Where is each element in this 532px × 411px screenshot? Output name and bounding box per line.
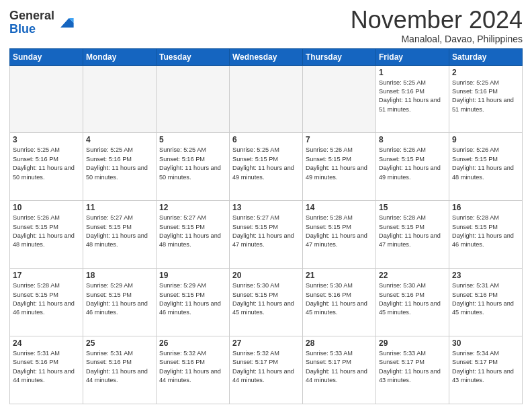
logo-blue: Blue bbox=[9, 22, 36, 36]
day-info: Sunrise: 5:30 AM Sunset: 5:15 PM Dayligh… bbox=[232, 281, 300, 317]
day-number: 3 bbox=[13, 135, 80, 144]
logo-icon bbox=[56, 13, 75, 32]
calendar-cell: 20Sunrise: 5:30 AM Sunset: 5:15 PM Dayli… bbox=[230, 269, 303, 336]
day-info: Sunrise: 5:25 AM Sunset: 5:16 PM Dayligh… bbox=[379, 79, 446, 114]
calendar-cell: 22Sunrise: 5:30 AM Sunset: 5:16 PM Dayli… bbox=[376, 269, 449, 336]
calendar-cell: 4Sunrise: 5:25 AM Sunset: 5:16 PM Daylig… bbox=[83, 133, 157, 201]
day-number: 9 bbox=[452, 135, 519, 144]
day-info: Sunrise: 5:25 AM Sunset: 5:15 PM Dayligh… bbox=[232, 146, 300, 181]
calendar-cell: 2Sunrise: 5:25 AM Sunset: 5:16 PM Daylig… bbox=[449, 65, 523, 133]
day-info: Sunrise: 5:31 AM Sunset: 5:16 PM Dayligh… bbox=[13, 349, 80, 385]
calendar-week-row: 10Sunrise: 5:26 AM Sunset: 5:15 PM Dayli… bbox=[10, 201, 523, 269]
weekday-header-cell: Thursday bbox=[303, 48, 376, 65]
calendar-cell: 28Sunrise: 5:33 AM Sunset: 5:17 PM Dayli… bbox=[303, 336, 376, 404]
calendar-cell: 17Sunrise: 5:28 AM Sunset: 5:15 PM Dayli… bbox=[10, 269, 83, 336]
calendar-week-row: 3Sunrise: 5:25 AM Sunset: 5:16 PM Daylig… bbox=[10, 133, 523, 201]
day-number: 27 bbox=[232, 338, 300, 348]
day-info: Sunrise: 5:30 AM Sunset: 5:16 PM Dayligh… bbox=[306, 281, 373, 317]
calendar-cell: 26Sunrise: 5:32 AM Sunset: 5:16 PM Dayli… bbox=[157, 336, 230, 404]
day-number: 29 bbox=[379, 338, 446, 348]
calendar-cell bbox=[303, 65, 376, 133]
day-info: Sunrise: 5:26 AM Sunset: 5:15 PM Dayligh… bbox=[452, 146, 519, 181]
location: Manaloal, Davao, Philippines bbox=[351, 34, 523, 44]
calendar-cell: 16Sunrise: 5:28 AM Sunset: 5:15 PM Dayli… bbox=[449, 201, 523, 269]
calendar-cell: 3Sunrise: 5:25 AM Sunset: 5:16 PM Daylig… bbox=[10, 133, 83, 201]
day-info: Sunrise: 5:25 AM Sunset: 5:16 PM Dayligh… bbox=[86, 146, 153, 181]
calendar-cell bbox=[157, 65, 230, 133]
weekday-header-cell: Saturday bbox=[449, 48, 523, 65]
page: General Blue November 2024 Manaloal, Dav… bbox=[0, 0, 532, 411]
calendar-week-row: 24Sunrise: 5:31 AM Sunset: 5:16 PM Dayli… bbox=[10, 336, 523, 404]
calendar-cell: 13Sunrise: 5:27 AM Sunset: 5:15 PM Dayli… bbox=[230, 201, 303, 269]
day-number: 28 bbox=[306, 338, 373, 348]
weekday-header-row: SundayMondayTuesdayWednesdayThursdayFrid… bbox=[10, 48, 523, 65]
day-info: Sunrise: 5:30 AM Sunset: 5:16 PM Dayligh… bbox=[379, 281, 446, 317]
day-number: 1 bbox=[379, 68, 446, 77]
calendar-cell: 24Sunrise: 5:31 AM Sunset: 5:16 PM Dayli… bbox=[10, 336, 83, 404]
calendar-cell: 8Sunrise: 5:26 AM Sunset: 5:15 PM Daylig… bbox=[376, 133, 449, 201]
day-number: 6 bbox=[232, 135, 300, 144]
day-number: 19 bbox=[159, 271, 226, 280]
calendar-cell: 7Sunrise: 5:26 AM Sunset: 5:15 PM Daylig… bbox=[303, 133, 376, 201]
day-info: Sunrise: 5:33 AM Sunset: 5:17 PM Dayligh… bbox=[379, 349, 446, 385]
day-info: Sunrise: 5:31 AM Sunset: 5:16 PM Dayligh… bbox=[86, 349, 153, 385]
calendar-cell bbox=[83, 65, 157, 133]
day-number: 12 bbox=[159, 203, 226, 212]
day-info: Sunrise: 5:27 AM Sunset: 5:15 PM Dayligh… bbox=[86, 214, 153, 249]
calendar-cell bbox=[230, 65, 303, 133]
calendar-week-row: 1Sunrise: 5:25 AM Sunset: 5:16 PM Daylig… bbox=[10, 65, 523, 133]
day-number: 2 bbox=[452, 68, 519, 77]
day-info: Sunrise: 5:25 AM Sunset: 5:16 PM Dayligh… bbox=[13, 146, 80, 181]
title-block: November 2024 Manaloal, Davao, Philippin… bbox=[351, 7, 523, 44]
weekday-header-cell: Wednesday bbox=[230, 48, 303, 65]
calendar-cell: 21Sunrise: 5:30 AM Sunset: 5:16 PM Dayli… bbox=[303, 269, 376, 336]
calendar-cell: 29Sunrise: 5:33 AM Sunset: 5:17 PM Dayli… bbox=[376, 336, 449, 404]
day-number: 16 bbox=[452, 203, 519, 212]
day-number: 13 bbox=[232, 203, 300, 212]
day-number: 30 bbox=[452, 338, 519, 348]
calendar-cell: 25Sunrise: 5:31 AM Sunset: 5:16 PM Dayli… bbox=[83, 336, 157, 404]
day-number: 7 bbox=[306, 135, 373, 144]
header: General Blue November 2024 Manaloal, Dav… bbox=[9, 7, 523, 44]
day-number: 22 bbox=[379, 271, 446, 280]
day-number: 23 bbox=[452, 271, 519, 280]
day-number: 5 bbox=[159, 135, 226, 144]
calendar-cell: 14Sunrise: 5:28 AM Sunset: 5:15 PM Dayli… bbox=[303, 201, 376, 269]
day-number: 8 bbox=[379, 135, 446, 144]
day-number: 26 bbox=[159, 338, 226, 348]
day-number: 20 bbox=[232, 271, 300, 280]
calendar-cell: 19Sunrise: 5:29 AM Sunset: 5:15 PM Dayli… bbox=[157, 269, 230, 336]
day-info: Sunrise: 5:33 AM Sunset: 5:17 PM Dayligh… bbox=[306, 349, 373, 385]
day-number: 15 bbox=[379, 203, 446, 212]
day-info: Sunrise: 5:32 AM Sunset: 5:16 PM Dayligh… bbox=[159, 349, 226, 385]
day-info: Sunrise: 5:26 AM Sunset: 5:15 PM Dayligh… bbox=[379, 146, 446, 181]
calendar-cell: 27Sunrise: 5:32 AM Sunset: 5:17 PM Dayli… bbox=[230, 336, 303, 404]
day-info: Sunrise: 5:29 AM Sunset: 5:15 PM Dayligh… bbox=[86, 281, 153, 317]
day-number: 11 bbox=[86, 203, 153, 212]
day-number: 25 bbox=[86, 338, 153, 348]
day-info: Sunrise: 5:31 AM Sunset: 5:16 PM Dayligh… bbox=[452, 281, 519, 317]
day-number: 10 bbox=[13, 203, 80, 212]
calendar-cell: 5Sunrise: 5:25 AM Sunset: 5:16 PM Daylig… bbox=[157, 133, 230, 201]
calendar-cell: 30Sunrise: 5:34 AM Sunset: 5:17 PM Dayli… bbox=[449, 336, 523, 404]
day-info: Sunrise: 5:25 AM Sunset: 5:16 PM Dayligh… bbox=[452, 79, 519, 114]
day-info: Sunrise: 5:34 AM Sunset: 5:17 PM Dayligh… bbox=[452, 349, 519, 385]
day-info: Sunrise: 5:27 AM Sunset: 5:15 PM Dayligh… bbox=[159, 214, 226, 249]
weekday-header-cell: Tuesday bbox=[157, 48, 230, 65]
calendar-cell: 11Sunrise: 5:27 AM Sunset: 5:15 PM Dayli… bbox=[83, 201, 157, 269]
day-info: Sunrise: 5:29 AM Sunset: 5:15 PM Dayligh… bbox=[159, 281, 226, 317]
day-info: Sunrise: 5:28 AM Sunset: 5:15 PM Dayligh… bbox=[13, 281, 80, 317]
day-info: Sunrise: 5:25 AM Sunset: 5:16 PM Dayligh… bbox=[159, 146, 226, 181]
day-info: Sunrise: 5:28 AM Sunset: 5:15 PM Dayligh… bbox=[379, 214, 446, 249]
calendar-cell: 10Sunrise: 5:26 AM Sunset: 5:15 PM Dayli… bbox=[10, 201, 83, 269]
weekday-header-cell: Friday bbox=[376, 48, 449, 65]
day-info: Sunrise: 5:28 AM Sunset: 5:15 PM Dayligh… bbox=[306, 214, 373, 249]
logo-general: General bbox=[9, 9, 54, 22]
calendar-body: 1Sunrise: 5:25 AM Sunset: 5:16 PM Daylig… bbox=[10, 65, 523, 404]
logo: General Blue bbox=[9, 9, 75, 36]
calendar-cell: 12Sunrise: 5:27 AM Sunset: 5:15 PM Dayli… bbox=[157, 201, 230, 269]
day-number: 17 bbox=[13, 271, 80, 280]
calendar-cell: 18Sunrise: 5:29 AM Sunset: 5:15 PM Dayli… bbox=[83, 269, 157, 336]
day-info: Sunrise: 5:27 AM Sunset: 5:15 PM Dayligh… bbox=[232, 214, 300, 249]
day-number: 24 bbox=[13, 338, 80, 348]
